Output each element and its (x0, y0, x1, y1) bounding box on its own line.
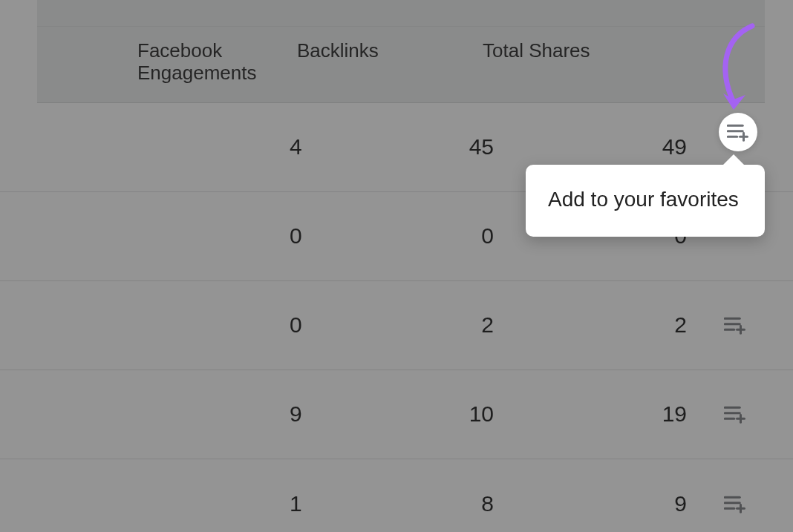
table-header-spacer (37, 0, 765, 27)
cell-backlinks: 45 (297, 134, 494, 160)
highlighted-favorite-wrap (719, 113, 757, 151)
data-table: Facebook Engagements Backlinks Total Sha… (0, 0, 793, 532)
cell-backlinks: 2 (297, 312, 494, 338)
col-header-total-shares: Total Shares (468, 40, 676, 62)
col-header-backlinks: Backlinks (297, 40, 468, 62)
table-header-row: Facebook Engagements Backlinks Total Sha… (37, 27, 765, 103)
playlist-add-icon (724, 494, 746, 513)
cell-actions (687, 309, 761, 341)
cell-total-shares: 9 (494, 491, 687, 516)
cell-facebook-engagements: 0 (0, 223, 297, 249)
table-row: 9 10 19 (0, 370, 793, 459)
add-to-favorites-button[interactable] (719, 398, 751, 430)
playlist-add-icon (724, 404, 746, 424)
cell-facebook-engagements: 0 (0, 312, 297, 338)
tooltip-add-to-favorites: Add to your favorites (526, 165, 765, 237)
table-row: 1 8 9 (0, 459, 793, 532)
page-root: Facebook Engagements Backlinks Total Sha… (0, 0, 793, 532)
add-to-favorites-button[interactable] (719, 113, 757, 151)
add-to-favorites-button[interactable] (719, 487, 751, 520)
cell-total-shares: 19 (494, 401, 687, 427)
cell-backlinks: 0 (297, 223, 494, 249)
cell-actions (687, 487, 761, 520)
table-row: 0 2 2 (0, 281, 793, 370)
cell-backlinks: 10 (297, 401, 494, 427)
cell-facebook-engagements: 1 (0, 491, 297, 516)
cell-backlinks: 8 (297, 491, 494, 516)
playlist-add-icon (724, 315, 746, 335)
cell-facebook-engagements: 4 (0, 134, 297, 160)
tooltip-text: Add to your favorites (548, 185, 744, 214)
col-header-facebook-engagements: Facebook Engagements (37, 40, 297, 85)
cell-total-shares: 49 (494, 134, 687, 160)
cell-total-shares: 2 (494, 312, 687, 338)
cell-actions (687, 398, 761, 430)
playlist-add-icon (727, 122, 749, 142)
cell-facebook-engagements: 9 (0, 401, 297, 427)
add-to-favorites-button[interactable] (719, 309, 751, 341)
